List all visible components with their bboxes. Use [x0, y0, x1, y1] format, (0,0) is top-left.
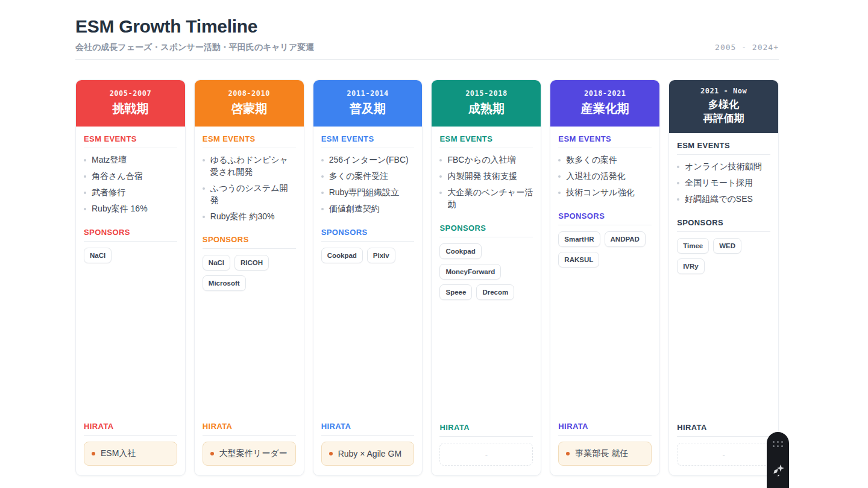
- event-label: 価値創造契約: [329, 203, 380, 215]
- phase-body: ESM EVENTS 数多くの案件 入退社の活発化 技術コンサル強化 SPONS…: [550, 127, 659, 475]
- sponsors-heading: SPONSORS: [677, 218, 770, 232]
- sponsor-chip: Timee: [677, 238, 709, 254]
- phase-header: 2021 - Now 多様化 再評価期: [669, 80, 778, 133]
- hirata-item: ESM入社: [84, 442, 177, 466]
- event-item: 256インターン(FBC): [321, 154, 415, 166]
- events-heading: ESM EVENTS: [84, 134, 177, 148]
- drag-handle-dots-icon[interactable]: [773, 441, 783, 447]
- hirata-section: HIRATA 大型案件リーダー: [203, 422, 296, 466]
- timeline-page: ESM Growth Timeline 会社の成長フェーズ・スポンサー活動・平田…: [75, 0, 779, 476]
- phase-body: ESM EVENTS 256インターン(FBC) 多くの案件受注 Ruby専門組…: [313, 127, 423, 475]
- phase-name-line1: 多様化: [674, 98, 773, 111]
- page-header: ESM Growth Timeline 会社の成長フェーズ・スポンサー活動・平田…: [75, 0, 779, 60]
- sponsors-heading: SPONSORS: [84, 228, 177, 242]
- phase-grid: 2005-2007 挑戦期 ESM EVENTS Matz登壇 角谷さん合宿 武…: [75, 80, 779, 476]
- event-label: Ruby案件 約30%: [210, 211, 275, 223]
- events-list: 数多くの案件 入退社の活発化 技術コンサル強化: [558, 154, 652, 203]
- sponsor-chip: ANDPAD: [605, 231, 646, 247]
- phase-card-2011-2014: 2011-2014 普及期 ESM EVENTS 256インターン(FBC) 多…: [313, 80, 423, 476]
- sponsor-chip: WED: [713, 238, 741, 254]
- phase-header: 2011-2014 普及期: [313, 80, 423, 127]
- event-item: ふつうのシステム開発: [203, 183, 296, 207]
- sponsor-chips: Cookpad Pixiv: [321, 248, 415, 263]
- bullet-icon: [321, 192, 324, 194]
- bullet-icon: [439, 175, 442, 178]
- event-item: 入退社の活発化: [558, 170, 652, 183]
- bullet-icon: [677, 182, 679, 184]
- bullet-icon: [558, 159, 561, 161]
- hirata-section: HIRATA ESM入社: [84, 422, 177, 466]
- events-list: ゆるふわドンピシャ 愛され開発 ふつうのシステム開発 Ruby案件 約30%: [203, 154, 296, 227]
- sponsor-chip: Cookpad: [321, 248, 363, 263]
- phase-body: ESM EVENTS Matz登壇 角谷さん合宿 武者修行 Ruby案件 16%…: [76, 127, 185, 475]
- phase-card-2008-2010: 2008-2010 啓蒙期 ESM EVENTS ゆるふわドンピシャ 愛され開発…: [194, 80, 304, 476]
- page-subtitle: 会社の成長フェーズ・スポンサー活動・平田氏のキャリア変遷: [75, 42, 779, 53]
- sponsor-chips: Timee WED IVRy: [677, 238, 770, 274]
- event-label: 全国リモート採用: [685, 177, 753, 189]
- event-label: ゆるふわドンピシャ 愛され開発: [210, 154, 296, 178]
- event-item: Matz登壇: [84, 154, 177, 166]
- event-label: 数多くの案件: [566, 154, 617, 166]
- bullet-icon: [84, 208, 86, 210]
- event-item: 大企業のベンチャー活動: [439, 187, 533, 211]
- event-item: Ruby専門組織設立: [321, 187, 415, 199]
- hirata-label: 大型案件リーダー: [219, 448, 288, 459]
- phase-card-2021-now: 2021 - Now 多様化 再評価期 ESM EVENTS オンライン技術顧問…: [668, 80, 779, 476]
- bullet-icon: [84, 159, 86, 161]
- sponsor-chips: Cookpad MoneyForward Speee Drecom: [439, 243, 533, 300]
- hirata-heading: HIRATA: [439, 423, 533, 437]
- sponsor-chip: Speee: [439, 284, 472, 300]
- sponsor-chip: Drecom: [476, 284, 514, 300]
- phase-years: 2011-2014: [318, 89, 418, 98]
- sponsor-chip: SmartHR: [558, 231, 600, 247]
- hirata-section: HIRATA -: [439, 423, 533, 466]
- hirata-heading: HIRATA: [321, 422, 415, 436]
- event-item: 内製開発 技術支援: [439, 170, 533, 183]
- hirata-section: HIRATA Ruby × Agile GM: [321, 422, 415, 466]
- event-item: 角谷さん合宿: [84, 170, 177, 183]
- event-item: 価値創造契約: [321, 203, 415, 215]
- event-item: FBCからの入社増: [439, 154, 533, 166]
- event-label: 好調組織でのSES: [685, 193, 753, 205]
- event-item: Ruby案件 16%: [84, 203, 177, 215]
- event-label: 武者修行: [92, 187, 125, 199]
- floating-widget[interactable]: [767, 432, 789, 488]
- bullet-icon: [677, 198, 679, 201]
- hirata-item: 大型案件リーダー: [203, 442, 296, 466]
- hirata-label: Ruby × Agile GM: [338, 449, 401, 458]
- phase-name: 産業化期: [555, 101, 655, 116]
- bullet-dot-icon: [566, 452, 570, 455]
- event-label: ふつうのシステム開発: [210, 183, 296, 207]
- sponsor-chip: Pixiv: [367, 248, 395, 263]
- event-item: 技術コンサル強化: [558, 187, 652, 199]
- hirata-label: 事業部長 就任: [575, 448, 628, 459]
- events-heading: ESM EVENTS: [677, 141, 770, 155]
- hirata-empty-item: -: [677, 443, 770, 466]
- bullet-dot-icon: [92, 452, 95, 455]
- event-label: 256インターン(FBC): [329, 154, 409, 166]
- event-label: Matz登壇: [92, 154, 127, 166]
- event-item: 好調組織でのSES: [677, 193, 770, 205]
- sponsor-chip: RICOH: [234, 255, 269, 271]
- sponsor-chips: NaCl: [84, 248, 177, 263]
- hirata-heading: HIRATA: [203, 422, 296, 436]
- phase-card-2005-2007: 2005-2007 挑戦期 ESM EVENTS Matz登壇 角谷さん合宿 武…: [75, 80, 186, 476]
- event-item: Ruby案件 約30%: [203, 211, 296, 223]
- sponsors-heading: SPONSORS: [321, 228, 415, 242]
- page-title: ESM Growth Timeline: [75, 16, 779, 37]
- sponsor-chips: SmartHR ANDPAD RAKSUL: [558, 231, 652, 267]
- events-heading: ESM EVENTS: [558, 134, 652, 148]
- event-label: Ruby案件 16%: [92, 203, 148, 215]
- bullet-icon: [203, 187, 205, 190]
- hirata-item: Ruby × Agile GM: [321, 442, 415, 466]
- events-heading: ESM EVENTS: [439, 134, 533, 148]
- phase-years: 2018-2021: [555, 89, 655, 98]
- event-item: 全国リモート採用: [677, 177, 770, 189]
- phase-name: 普及期: [318, 101, 418, 116]
- event-item: オンライン技術顧問: [677, 161, 770, 173]
- event-label: FBCからの入社増: [447, 154, 515, 166]
- phase-years: 2005-2007: [81, 89, 180, 98]
- sparkles-icon[interactable]: [772, 463, 785, 480]
- event-label: オンライン技術顧問: [685, 161, 762, 173]
- hirata-heading: HIRATA: [558, 422, 652, 436]
